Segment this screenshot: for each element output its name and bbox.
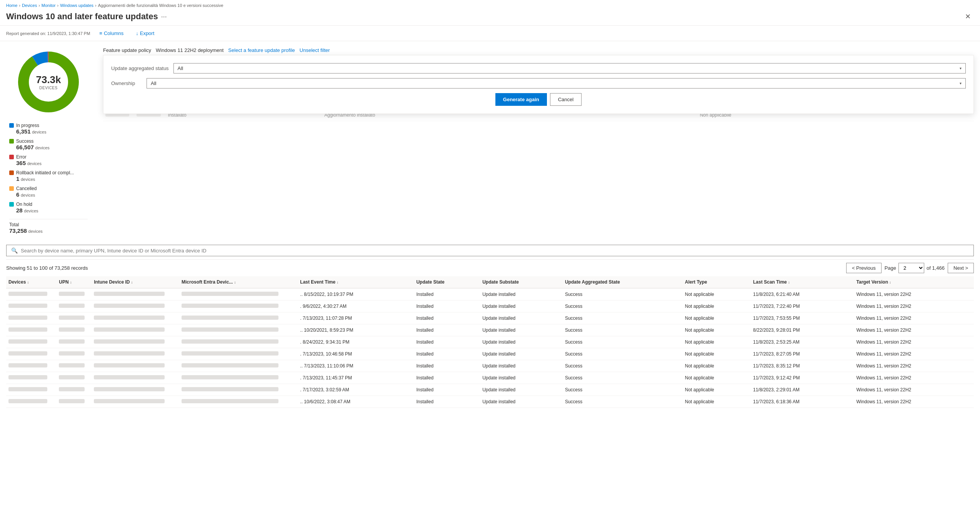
cell-target-version: Windows 11, version 22H2 — [854, 348, 974, 360]
cell-update-state: Installed — [414, 324, 480, 336]
total-number: 73.3k — [36, 74, 61, 86]
ownership-dropdown[interactable]: All ▾ — [147, 78, 966, 88]
showing-records-label: Showing 51 to 100 of 73,258 records — [6, 265, 88, 271]
cell-alert-type: Not applicable — [683, 288, 751, 301]
cell-update-substate: Update installed — [480, 348, 563, 360]
policy-value: Windows 11 22H2 deployment — [156, 47, 223, 53]
search-input[interactable] — [21, 248, 969, 254]
cell-target-version: Windows 11, version 22H2 — [854, 372, 974, 384]
th-update-agg-state: Update Aggregated State — [563, 276, 683, 288]
columns-button[interactable]: ≡ Columns — [96, 29, 127, 38]
cell-update-substate: Update installed — [480, 360, 563, 372]
cell-last-scan-time: 11/7/2023, 7:22:40 PM — [751, 301, 854, 312]
cell-last-scan-time: 11/7/2023, 9:12:42 PM — [751, 372, 854, 384]
data-table: Devices ↕ UPN ↕ Intune Device ID ↕ Micro… — [6, 276, 974, 408]
cell-update-state: Installed — [414, 301, 480, 312]
cell-target-version: Windows 11, version 22H2 — [854, 324, 974, 336]
unselect-filter-link[interactable]: Unselect filter — [300, 47, 330, 53]
cell-update-state: Installed — [414, 360, 480, 372]
generate-again-button[interactable]: Generate again — [495, 93, 547, 106]
page-total: of 1,466 — [927, 265, 945, 271]
cell-alert-type: Not applicable — [683, 348, 751, 360]
page-select[interactable]: 2 12345678910111213141516171819202122232… — [898, 263, 924, 273]
th-devices[interactable]: Devices ↕ — [6, 276, 57, 288]
table-row: . 9/6/2022, 4:30:27 AMInstalledUpdate in… — [6, 301, 974, 312]
cell-update-state: Installed — [414, 336, 480, 348]
cell-update-agg-state: Success — [563, 312, 683, 324]
table-header-row: Devices ↕ UPN ↕ Intune Device ID ↕ Micro… — [6, 276, 974, 288]
cell-last-scan-time: 11/8/2023, 2:29:01 AM — [751, 384, 854, 396]
th-last-scan-time[interactable]: Last Scan Time ↕ — [751, 276, 854, 288]
update-status-dropdown[interactable]: All ▾ — [173, 63, 966, 73]
cell-update-substate: Update installed — [480, 336, 563, 348]
cell-target-version: Windows 11, version 22H2 — [854, 360, 974, 372]
report-generated-label: Report generated on: 11/9/2023, 1:30:47 … — [6, 31, 90, 36]
table-row: .. 10/6/2022, 3:08:47 AMInstalledUpdate … — [6, 396, 974, 408]
breadcrumb-devices[interactable]: Devices — [22, 3, 37, 8]
pagination-bar: Showing 51 to 100 of 73,258 records < Pr… — [6, 259, 974, 276]
overlay-actions: Generate again Cancel — [111, 93, 966, 106]
cell-update-substate: Update installed — [480, 396, 563, 408]
th-intune-device-id[interactable]: Intune Device ID ↕ — [92, 276, 179, 288]
cell-update-substate: Update installed — [480, 312, 563, 324]
cell-target-version: Windows 11, version 22H2 — [854, 288, 974, 301]
feature-update-policy-row: Feature update policy Windows 11 22H2 de… — [103, 47, 974, 53]
cell-update-substate: Update installed — [480, 384, 563, 396]
select-profile-link[interactable]: Select a feature update profile — [228, 47, 295, 53]
toolbar: Report generated on: 11/9/2023, 1:30:47 … — [0, 26, 980, 41]
th-target-version[interactable]: Target Version ↕ — [854, 276, 974, 288]
cell-update-agg-state: Success — [563, 301, 683, 312]
cell-update-agg-state: Success — [563, 288, 683, 301]
data-table-container: Devices ↕ UPN ↕ Intune Device ID ↕ Micro… — [6, 276, 974, 408]
ownership-dropdown-arrow: ▾ — [960, 81, 962, 85]
donut-chart: 73.3k DEVICES — [14, 47, 83, 117]
cell-update-substate: Update installed — [480, 288, 563, 301]
search-icon: 🔍 — [11, 247, 18, 254]
cell-alert-type: Not applicable — [683, 396, 751, 408]
breadcrumb-current: Aggiornamenti delle funzionalità Windows… — [98, 3, 223, 8]
chart-legend: In progress 6,351 devices Success 66,507… — [6, 123, 91, 235]
th-upn[interactable]: UPN ↕ — [57, 276, 92, 288]
cell-update-state: Installed — [414, 312, 480, 324]
cell-last-scan-time: 11/8/2023, 6:21:40 AM — [751, 288, 854, 301]
table-row: . 8/24/2022, 9:34:31 PMInstalledUpdate i… — [6, 336, 974, 348]
cancel-button[interactable]: Cancel — [550, 93, 582, 106]
breadcrumb-windows-updates[interactable]: Windows updates — [60, 3, 93, 8]
breadcrumb-home[interactable]: Home — [6, 3, 17, 8]
th-ms-entra-device[interactable]: Microsoft Entra Devic... ↕ — [179, 276, 298, 288]
export-button[interactable]: ↓ Export — [133, 29, 157, 38]
policy-label: Feature update policy — [103, 47, 151, 53]
cell-update-agg-state: Success — [563, 396, 683, 408]
cell-update-agg-state: Success — [563, 360, 683, 372]
th-update-substate: Update Substate — [480, 276, 563, 288]
chart-section: 73.3k DEVICES In progress 6,351 devices — [6, 47, 91, 235]
cell-update-substate: Update installed — [480, 301, 563, 312]
cell-last-scan-time: 11/8/2023, 2:53:25 AM — [751, 336, 854, 348]
cell-update-state: Installed — [414, 396, 480, 408]
total-label: DEVICES — [36, 86, 61, 90]
cell-update-substate: Update installed — [480, 372, 563, 384]
th-alert-type: Alert Type — [683, 276, 751, 288]
breadcrumb-monitor[interactable]: Monitor — [42, 3, 56, 8]
page-label: Page — [885, 265, 896, 271]
cell-update-agg-state: Success — [563, 372, 683, 384]
cell-target-version: Windows 11, version 22H2 — [854, 301, 974, 312]
more-options-icon[interactable]: ··· — [161, 13, 167, 21]
table-row: . 7/13/2023, 11:07:28 PMInstalledUpdate … — [6, 312, 974, 324]
cell-alert-type: Not applicable — [683, 312, 751, 324]
cell-update-substate: Update installed — [480, 324, 563, 336]
ownership-label: Ownership — [111, 80, 142, 86]
table-row: . 7/13/2023, 11:45:37 PMInstalledUpdate … — [6, 372, 974, 384]
close-button[interactable]: ✕ — [962, 11, 974, 22]
cell-target-version: Windows 11, version 22H2 — [854, 396, 974, 408]
next-button[interactable]: Next > — [948, 263, 974, 273]
update-status-label: Update aggregated status — [111, 65, 169, 71]
cell-update-state: Installed — [414, 348, 480, 360]
th-update-state: Update State — [414, 276, 480, 288]
previous-button[interactable]: < Previous — [846, 263, 882, 273]
table-row: .. 7/13/2023, 11:10:06 PMInstalledUpdate… — [6, 360, 974, 372]
th-last-event-time[interactable]: Last Event Time ↕ — [298, 276, 414, 288]
export-icon: ↓ — [136, 30, 138, 36]
cell-alert-type: Not applicable — [683, 301, 751, 312]
update-status-dropdown-arrow: ▾ — [960, 66, 962, 70]
